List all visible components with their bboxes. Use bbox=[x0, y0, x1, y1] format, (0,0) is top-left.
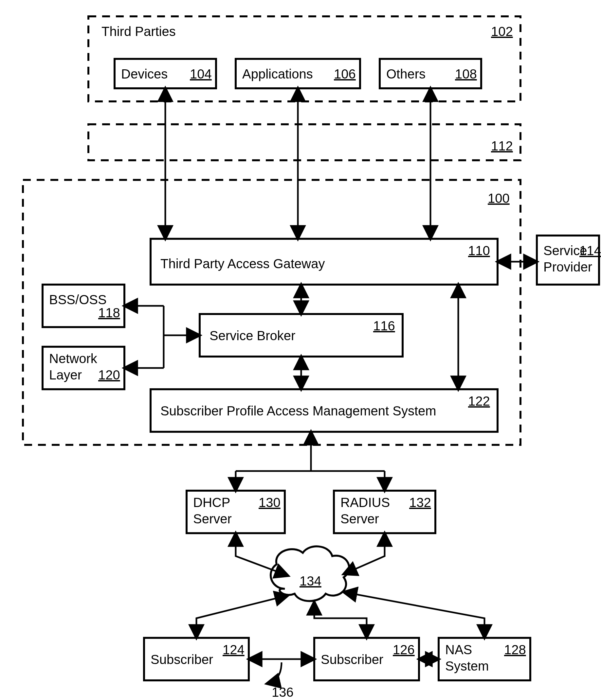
pair-136-ref: 136 bbox=[272, 685, 294, 699]
block-applications-label: Applications bbox=[242, 67, 313, 81]
block-subscriber-2-ref: 126 bbox=[393, 643, 415, 657]
block-bss-oss-label: BSS/OSS bbox=[49, 293, 107, 307]
architecture-diagram: Third Parties 102 Devices 104 Applicatio… bbox=[0, 0, 601, 700]
block-subscriber-1-ref: 124 bbox=[223, 643, 244, 657]
block-applications-ref: 106 bbox=[334, 67, 356, 81]
block-service-broker-ref: 116 bbox=[373, 319, 395, 333]
group-boundary-112 bbox=[88, 124, 521, 160]
block-nas-label: NAS bbox=[445, 643, 472, 657]
block-spams-label: Subscriber Profile Access Management Sys… bbox=[161, 404, 436, 418]
block-dhcp-label: DHCP bbox=[193, 495, 230, 509]
block-nas-ref: 128 bbox=[504, 643, 526, 657]
group-main-100-ref: 100 bbox=[488, 191, 510, 205]
block-radius-label2: Server bbox=[340, 511, 379, 526]
group-boundary-112-ref: 112 bbox=[491, 139, 513, 153]
block-tpag-label: Third Party Access Gateway bbox=[161, 256, 325, 271]
conn-cloud-nas bbox=[344, 592, 484, 638]
block-nas-label2: System bbox=[445, 659, 489, 673]
block-network-layer-ref: 120 bbox=[98, 368, 120, 382]
block-bss-oss-ref: 118 bbox=[98, 305, 120, 320]
group-third-parties-label: Third Parties bbox=[101, 24, 176, 39]
block-devices-ref: 104 bbox=[190, 67, 212, 81]
block-service-provider-ref: 114 bbox=[579, 243, 601, 258]
block-network-layer-label2: Layer bbox=[49, 368, 82, 382]
block-cloud-ref: 134 bbox=[299, 574, 321, 588]
block-subscriber-1-label: Subscriber bbox=[150, 652, 213, 667]
block-network-layer-label: Network bbox=[49, 351, 98, 366]
conn-pair-136-curve bbox=[267, 662, 282, 684]
block-tpag-ref: 110 bbox=[468, 243, 490, 258]
group-third-parties-ref: 102 bbox=[491, 24, 513, 39]
block-dhcp-ref: 130 bbox=[259, 495, 281, 509]
block-radius-ref: 132 bbox=[409, 495, 431, 509]
block-others-label: Others bbox=[386, 67, 426, 81]
block-subscriber-2-label: Subscriber bbox=[321, 652, 383, 667]
block-devices-label: Devices bbox=[121, 67, 168, 81]
block-dhcp-label2: Server bbox=[193, 511, 232, 526]
block-others-ref: 108 bbox=[455, 67, 477, 81]
block-spams-ref: 122 bbox=[468, 394, 490, 408]
block-service-provider-label2: Provider bbox=[544, 260, 592, 274]
conn-cloud-sub2 bbox=[314, 602, 367, 638]
conn-cloud-sub1 bbox=[196, 595, 288, 638]
block-radius-label: RADIUS bbox=[340, 495, 390, 509]
block-service-broker-label: Service Broker bbox=[210, 328, 295, 343]
